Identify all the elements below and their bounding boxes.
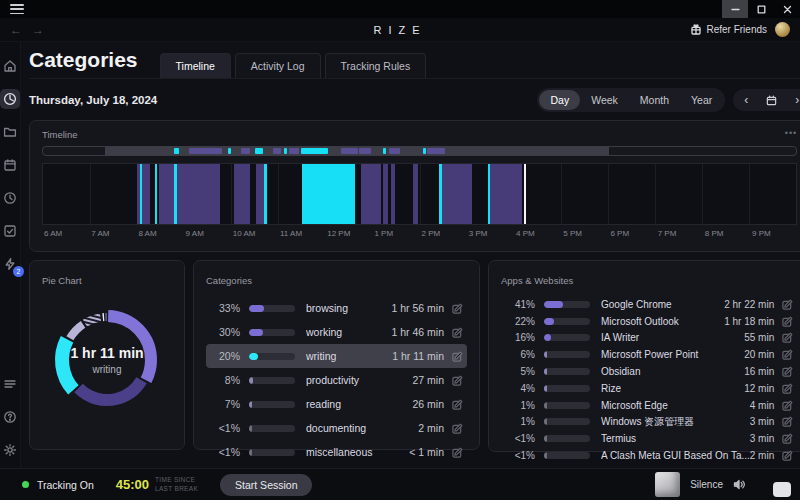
forward-arrow-icon[interactable]: → xyxy=(32,24,44,36)
sidebar-item-timer[interactable] xyxy=(0,188,20,208)
list-item-microsoft-edge[interactable]: 1%Microsoft Edge4 min xyxy=(501,397,797,414)
edit-icon[interactable] xyxy=(782,366,793,377)
list-item-documenting[interactable]: <1%documenting2 min xyxy=(206,416,467,440)
edit-icon[interactable] xyxy=(782,349,793,360)
timeline-activity-block[interactable] xyxy=(361,164,381,224)
hamburger-menu-icon[interactable] xyxy=(10,4,24,14)
timeline-activity-block[interactable] xyxy=(234,164,250,224)
edit-icon[interactable] xyxy=(452,423,463,434)
media-thumbnail[interactable] xyxy=(655,472,680,497)
edit-icon[interactable] xyxy=(782,332,793,343)
start-session-button[interactable]: Start Session xyxy=(220,474,312,496)
timeline-gridline xyxy=(231,164,232,224)
row-label: Google Chrome xyxy=(601,299,724,310)
edit-icon[interactable] xyxy=(782,433,793,444)
edit-icon[interactable] xyxy=(782,400,793,411)
edit-icon[interactable] xyxy=(452,327,463,338)
chat-launcher-icon[interactable] xyxy=(773,482,791,497)
prev-day-button[interactable]: ‹ xyxy=(735,91,757,109)
list-item-obsidian[interactable]: 5%Obsidian16 min xyxy=(501,363,797,380)
sidebar-item-tasks[interactable] xyxy=(0,221,20,241)
sidebar-item-list[interactable] xyxy=(0,374,20,394)
next-day-button[interactable]: › xyxy=(786,91,800,109)
list-item-miscellaneous[interactable]: <1%miscellaneous< 1 min xyxy=(206,440,467,464)
list-item-ia-writer[interactable]: 16%IA Writer55 min xyxy=(501,330,797,347)
list-item-microsoft-outlook[interactable]: 22%Microsoft Outlook1 hr 18 min xyxy=(501,313,797,330)
timeline-activity-block[interactable] xyxy=(264,164,266,224)
row-percent: <1% xyxy=(210,446,240,458)
speaker-icon[interactable] xyxy=(733,479,746,490)
window-close-button[interactable] xyxy=(774,0,800,18)
list-item-productivity[interactable]: 8%productivity27 min xyxy=(206,368,467,392)
back-arrow-icon[interactable]: ← xyxy=(10,24,22,36)
timeline-activity-block[interactable] xyxy=(391,164,395,224)
list-item-google-chrome[interactable]: 41%Google Chrome2 hr 22 min xyxy=(501,296,797,313)
timeline-activity-block[interactable] xyxy=(159,164,174,224)
tab-timeline[interactable]: Timeline xyxy=(160,53,231,78)
list-item-browsing[interactable]: 33%browsing1 hr 56 min xyxy=(206,296,467,320)
edit-icon[interactable] xyxy=(452,303,463,314)
range-option-year[interactable]: Year xyxy=(680,90,723,110)
timeline-plot[interactable] xyxy=(42,163,797,225)
sidebar-item-projects[interactable] xyxy=(0,122,20,142)
edit-icon[interactable] xyxy=(782,299,793,310)
timeline-activity-block[interactable] xyxy=(177,164,220,224)
timeline-overview-scrubber[interactable] xyxy=(42,146,797,156)
range-option-week[interactable]: Week xyxy=(580,90,629,110)
sidebar-item-sessions[interactable]: 2 xyxy=(0,254,20,274)
timeline-axis-label: 1 PM xyxy=(372,229,393,238)
list-item-termius[interactable]: <1%Termius3 min xyxy=(501,430,797,447)
edit-icon[interactable] xyxy=(782,450,793,461)
row-percent: <1% xyxy=(505,450,535,461)
window-maximize-button[interactable] xyxy=(748,0,774,18)
row-percent: 1% xyxy=(505,400,535,411)
range-option-day[interactable]: Day xyxy=(539,90,580,110)
sidebar-item-settings[interactable] xyxy=(0,440,20,460)
list-item-reading[interactable]: 7%reading26 min xyxy=(206,392,467,416)
edit-icon[interactable] xyxy=(452,399,463,410)
edit-icon[interactable] xyxy=(782,383,793,394)
row-time: 3 min xyxy=(750,416,774,427)
list-item-microsoft-power-point[interactable]: 6%Microsoft Power Point20 min xyxy=(501,346,797,363)
timeline-activity-block[interactable] xyxy=(490,164,522,224)
gift-icon xyxy=(691,24,701,35)
timeline-activity-block[interactable] xyxy=(442,164,473,224)
edit-icon[interactable] xyxy=(452,447,463,458)
timeline-activity-block[interactable] xyxy=(155,164,157,224)
tab-tracking-rules[interactable]: Tracking Rules xyxy=(325,53,427,78)
avatar[interactable] xyxy=(775,22,790,37)
categories-panel-title: Categories xyxy=(206,275,252,286)
list-item-a-clash-meta-gui-based-on-ta[interactable]: <1%A Clash Meta GUI Based On Ta...2 min xyxy=(501,447,797,464)
refer-friends-button[interactable]: Refer Friends xyxy=(691,24,767,35)
list-item-writing[interactable]: 20%writing1 hr 11 min xyxy=(206,344,467,368)
timeline-activity-block[interactable] xyxy=(413,164,419,224)
window-minimize-button[interactable] xyxy=(722,0,748,18)
row-time: < 1 min xyxy=(409,446,444,458)
timeline-activity-block[interactable] xyxy=(256,164,264,224)
list-item-rize[interactable]: 4%Rize12 min xyxy=(501,380,797,397)
timeline-activity-block[interactable] xyxy=(302,164,355,224)
tab-bar: TimelineActivity LogTracking Rules xyxy=(160,53,427,78)
status-bar: Tracking On 45:00 TIME SINCELAST BREAK S… xyxy=(0,468,800,500)
edit-icon[interactable] xyxy=(782,316,793,327)
sidebar-item-categories[interactable] xyxy=(0,89,20,109)
sidebar-item-help[interactable] xyxy=(0,407,20,427)
edit-icon[interactable] xyxy=(452,351,463,362)
range-option-month[interactable]: Month xyxy=(629,90,680,110)
tab-activity-log[interactable]: Activity Log xyxy=(235,53,321,78)
calendar-picker-button[interactable] xyxy=(757,93,786,108)
timeline-activity-block[interactable] xyxy=(142,164,150,224)
sidebar-item-home[interactable] xyxy=(0,56,20,76)
list-item-working[interactable]: 30%working1 hr 46 min xyxy=(206,320,467,344)
timeline-axis: 6 AM7 AM8 AM9 AM10 AM11 AM12 PM1 PM2 PM3… xyxy=(42,229,797,242)
row-label: documenting xyxy=(306,422,418,434)
list-item-windows[interactable]: 1%Windows 资源管理器3 min xyxy=(501,414,797,431)
row-percent: 30% xyxy=(210,326,240,338)
edit-icon[interactable] xyxy=(782,416,793,427)
timeline-axis-label: 6 AM xyxy=(42,229,62,238)
timeline-menu-button[interactable]: ••• xyxy=(785,129,797,140)
timeline-overview-segment xyxy=(423,148,426,154)
sidebar-item-calendar[interactable] xyxy=(0,155,20,175)
edit-icon[interactable] xyxy=(452,375,463,386)
timeline-activity-block[interactable] xyxy=(383,164,388,224)
